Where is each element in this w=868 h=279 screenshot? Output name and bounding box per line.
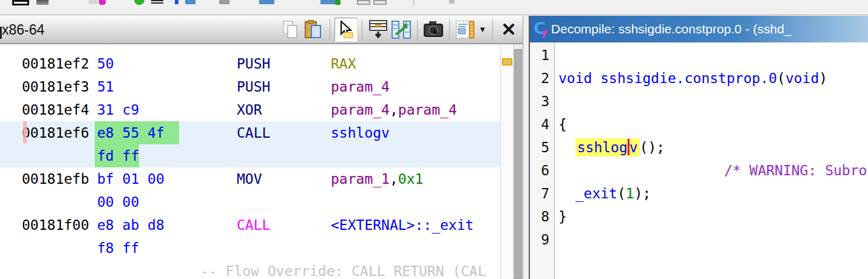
code-line[interactable]: /* WARNING: Subro: [558, 159, 868, 182]
operands-cell[interactable]: param_4: [331, 75, 390, 98]
operand-token[interactable]: 0x1: [398, 171, 424, 187]
chevron-down-icon: ▼: [479, 25, 487, 34]
operands-cell[interactable]: param_4,param_4: [331, 98, 457, 121]
camera-icon: [423, 21, 444, 39]
mnemonic-cell[interactable]: CALL: [237, 213, 270, 237]
code-token[interactable]: (: [617, 186, 626, 201]
panel-splitter[interactable]: [524, 16, 529, 279]
code-line[interactable]: {: [558, 113, 868, 136]
operand-token[interactable]: <EXTERNAL>::_exit: [331, 217, 473, 233]
bytes-cell[interactable]: 50: [97, 52, 114, 75]
toolbar-icon-fragment: [12, 0, 29, 5]
data-preview-icon: [368, 20, 388, 39]
address-cell[interactable]: 00181ef2: [22, 52, 89, 75]
listing-row[interactable]: 00 00: [0, 190, 500, 213]
listing-row[interactable]: 00181ef250PUSHRAX: [0, 52, 500, 75]
listing-row[interactable]: 00181efbbf 01 00MOVparam_1,0x1: [0, 167, 500, 190]
mnemonic-cell[interactable]: PUSH: [237, 75, 270, 98]
listing-row[interactable]: 00181ef6e8 55 4fCALLsshlogv: [0, 121, 500, 144]
mnemonic-cell[interactable]: XOR: [237, 98, 262, 121]
operand-token[interactable]: param_4: [331, 79, 390, 95]
listing-row[interactable]: 00181f00e8 ab d8CALL<EXTERNAL>::_exit: [0, 213, 500, 237]
operand-token[interactable]: sshlogv: [331, 125, 390, 141]
address-cell[interactable]: 00181efb: [22, 167, 89, 190]
code-token[interactable]: sshsigdie.constprop.0: [600, 70, 777, 86]
code-line[interactable]: void sshsigdie.constprop.0(void): [558, 67, 868, 90]
code-token[interactable]: _exit: [575, 186, 617, 201]
code-token[interactable]: {: [558, 116, 567, 132]
address-cell[interactable]: 00181ef6: [22, 121, 89, 144]
code-token[interactable]: [558, 186, 575, 201]
listing-row[interactable]: 00181ef351PUSHparam_4: [0, 75, 500, 98]
bytes-cell[interactable]: fd ff: [97, 144, 139, 167]
toolbar-icon-fragment: [99, 0, 106, 5]
listing-display-dropdown[interactable]: ▼: [477, 18, 488, 42]
listing-row[interactable]: f8 ff: [0, 237, 500, 260]
address-cell[interactable]: 00181ef3: [22, 75, 89, 98]
code-token[interactable]: sshlog: [577, 140, 628, 155]
code-token[interactable]: ();: [640, 140, 665, 155]
code-token[interactable]: [558, 140, 575, 155]
mnemonic-cell[interactable]: PUSH: [237, 52, 270, 75]
operands-cell[interactable]: RAX: [331, 52, 356, 75]
listing-scrollbar[interactable]: [513, 44, 523, 279]
listing-row[interactable]: 00181ef431 c9XORparam_4,param_4: [0, 98, 500, 121]
bytes-cell[interactable]: bf 01 00: [97, 167, 164, 190]
listing-cursor-bar: [23, 121, 27, 143]
listing-scrollbar-thumb[interactable]: [514, 49, 522, 279]
operand-token[interactable]: param_4: [398, 102, 457, 118]
mnemonic-cell[interactable]: CALL: [237, 121, 270, 144]
decompiler-icon: Cf: [534, 19, 546, 40]
code-line[interactable]: [558, 228, 868, 251]
code-line[interactable]: [558, 90, 868, 113]
operand-token[interactable]: RAX: [331, 56, 356, 72]
toolbar-icon-fragment: [134, 0, 144, 5]
overview-margin: [500, 44, 513, 279]
code-token[interactable]: /* WARNING: Subro: [724, 163, 867, 178]
diff-view-button[interactable]: [390, 18, 413, 42]
data-preview-button[interactable]: [367, 18, 390, 42]
operand-token[interactable]: param_4: [331, 102, 390, 118]
code-line[interactable]: sshlogv();: [558, 136, 868, 159]
code-token[interactable]: v: [629, 140, 638, 155]
operand-token[interactable]: ,: [390, 171, 398, 187]
operand-token[interactable]: ,: [390, 102, 398, 118]
bytes-cell[interactable]: 51: [97, 75, 114, 98]
code-line[interactable]: [558, 44, 868, 67]
bytes-cell[interactable]: e8 ab d8: [97, 213, 164, 237]
operands-cell[interactable]: <EXTERNAL>::_exit: [331, 213, 473, 237]
address-cell[interactable]: 00181f00: [22, 213, 89, 237]
decompiler-panel-title: Decompile: sshsigdie.constprop.0 - (sshd…: [551, 22, 792, 36]
operands-cell[interactable]: sshlogv: [331, 121, 390, 144]
code-token[interactable]: ): [819, 70, 827, 86]
code-token[interactable]: [592, 70, 600, 86]
listing-display-options-button[interactable]: [454, 18, 477, 42]
paste-button[interactable]: [302, 18, 325, 42]
bytes-cell[interactable]: 00 00: [97, 190, 139, 213]
listing-row[interactable]: fd ff: [0, 144, 500, 167]
code-token[interactable]: 1: [626, 186, 634, 201]
decompiler-panel: Cf Decompile: sshsigdie.constprop.0 - (s…: [529, 16, 868, 279]
code-token[interactable]: }: [558, 209, 567, 224]
highlighted-token[interactable]: sshlogv: [575, 138, 640, 156]
snapshot-button[interactable]: [422, 18, 445, 42]
operands-cell[interactable]: param_1,0x1: [331, 167, 423, 190]
operand-token[interactable]: param_1: [331, 171, 390, 187]
code-token[interactable]: void: [785, 70, 819, 86]
listing-row[interactable]: -- Flow Override: CALL_RETURN (CAL: [0, 260, 500, 279]
close-panel-button[interactable]: ✕: [497, 18, 520, 42]
code-line[interactable]: _exit(1);: [558, 182, 868, 205]
address-cell[interactable]: 00181ef4: [22, 98, 89, 121]
toolbar-icon-fragment: [175, 0, 178, 4]
copy-button[interactable]: [279, 18, 302, 42]
code-token[interactable]: );: [634, 186, 651, 201]
bytes-cell[interactable]: f8 ff: [97, 237, 139, 260]
bytes-cell[interactable]: e8 55 4f: [97, 121, 179, 144]
toolbar-icon-fragment: [335, 0, 341, 5]
code-token[interactable]: void: [558, 70, 592, 86]
code-line[interactable]: }: [558, 205, 868, 228]
mnemonic-cell[interactable]: MOV: [237, 167, 262, 190]
bytes-cell[interactable]: 31 c9: [97, 98, 139, 121]
code-token[interactable]: (: [777, 70, 785, 86]
cursor-location-toggle[interactable]: [334, 18, 358, 42]
